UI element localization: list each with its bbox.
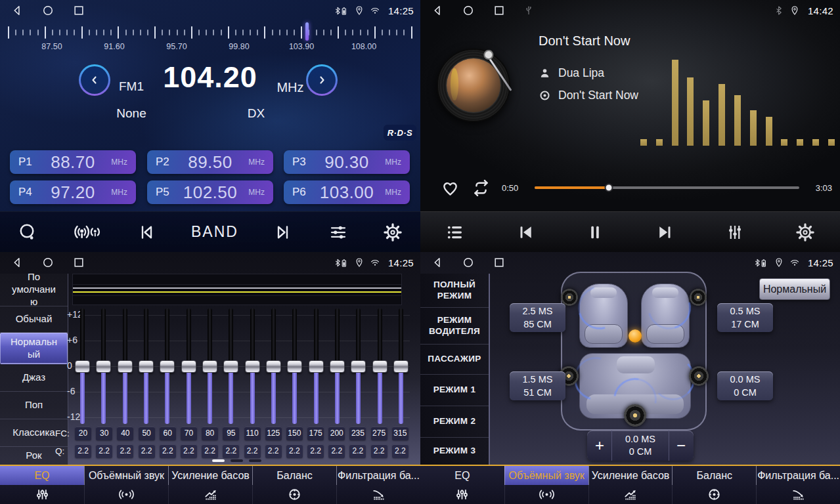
radio-preset-p6[interactable]: P6 103.00 MHz (284, 180, 410, 204)
eq-slider-thumb[interactable] (351, 360, 366, 373)
eq-slider-thumb[interactable] (372, 360, 387, 373)
pause-icon[interactable] (585, 222, 605, 242)
eq-band-q-value[interactable]: 2.2 (349, 444, 366, 458)
eq-preset-normal[interactable]: Нормальный (0, 333, 68, 364)
eq-slider-thumb[interactable] (245, 360, 260, 373)
eq-band-q-value[interactable]: 2.2 (307, 444, 324, 458)
eq-band-slider[interactable] (223, 308, 238, 424)
audio-fader-icon[interactable] (725, 222, 745, 242)
gear-icon[interactable] (383, 222, 403, 242)
eq-band-fc-value[interactable]: 125 (265, 427, 282, 440)
gear-icon[interactable] (795, 222, 815, 242)
tab-balance[interactable]: Баланс (672, 466, 756, 504)
front-left-delay-button[interactable]: 2.5 MS 85 CM (510, 303, 565, 332)
eq-band-fc-value[interactable]: 200 (328, 427, 345, 440)
decrease-delay-button[interactable]: − (669, 430, 694, 461)
seek-bar[interactable] (535, 186, 799, 189)
eq-band-fc-value[interactable]: 60 (160, 427, 176, 440)
tab-label[interactable]: Фильтрация ба... (336, 466, 420, 485)
home-icon[interactable] (462, 256, 475, 269)
radio-preset-p5[interactable]: P5 102.50 MHz (147, 180, 273, 204)
recents-icon[interactable] (493, 256, 506, 269)
broadcast-seek-icon[interactable] (72, 222, 101, 242)
eq-band-slider[interactable] (351, 308, 366, 424)
tab-surround-sound[interactable]: Объёмный звук (84, 466, 168, 504)
playlist-icon[interactable] (445, 222, 465, 242)
previous-station-icon[interactable] (137, 222, 156, 242)
tune-up-button[interactable] (306, 64, 338, 96)
eq-slider-thumb[interactable] (309, 360, 324, 373)
eq-band-fc-value[interactable]: 275 (371, 427, 387, 440)
tab-label[interactable]: Баланс (672, 466, 756, 485)
eq-band-slider[interactable] (118, 308, 133, 424)
eq-band-fc-value[interactable]: 235 (349, 427, 366, 440)
eq-band-fc-value[interactable]: 40 (117, 427, 133, 440)
eq-band-q-value[interactable]: 2.2 (96, 444, 112, 458)
rear-right-delay-button[interactable]: 0.0 MS 0 CM (717, 371, 773, 400)
page-indicator-dash[interactable] (249, 459, 261, 462)
album-art[interactable] (437, 49, 510, 122)
next-station-icon[interactable] (273, 222, 293, 242)
eq-band-q-value[interactable]: 2.2 (139, 444, 155, 458)
home-icon[interactable] (41, 4, 55, 17)
tab-label[interactable]: Объёмный звук (504, 466, 588, 485)
eq-band-slider[interactable] (139, 308, 154, 424)
eq-band-slider[interactable] (181, 308, 196, 424)
back-icon[interactable] (11, 256, 24, 269)
repeat-icon[interactable] (471, 178, 491, 198)
mode-passenger[interactable]: ПАССАЖИР (420, 345, 489, 375)
rear-left-delay-button[interactable]: 1.5 MS 51 CM (510, 371, 565, 400)
page-indicator-dash[interactable] (231, 459, 243, 462)
eq-band-slider[interactable] (372, 308, 387, 424)
eq-band-slider[interactable] (309, 308, 324, 424)
radio-preset-p4[interactable]: P4 97.20 MHz (10, 180, 136, 204)
page-indicator-dash[interactable] (212, 459, 225, 462)
back-icon[interactable] (431, 4, 444, 17)
listener-position-dot[interactable] (629, 329, 642, 343)
eq-preset-jazz[interactable]: Джаз (0, 364, 68, 392)
recents-icon[interactable] (493, 4, 506, 17)
eq-band-slider[interactable] (245, 308, 260, 424)
tab-label[interactable]: Усиление басов (588, 466, 673, 485)
eq-band-fc-value[interactable]: 175 (307, 427, 324, 440)
home-icon[interactable] (41, 256, 55, 269)
eq-band-q-value[interactable]: 2.2 (223, 444, 239, 458)
eq-band-fc-value[interactable]: 315 (392, 427, 409, 440)
back-icon[interactable] (431, 256, 444, 269)
eq-band-slider[interactable] (287, 308, 302, 424)
eq-band-q-value[interactable]: 2.2 (202, 444, 218, 458)
next-track-icon[interactable] (655, 222, 675, 242)
eq-slider-thumb[interactable] (287, 360, 302, 373)
eq-band-fc-value[interactable]: 30 (96, 427, 112, 440)
home-icon[interactable] (462, 4, 475, 17)
back-icon[interactable] (11, 4, 24, 17)
tab-eq[interactable]: EQ (0, 466, 84, 504)
tune-down-button[interactable] (79, 64, 110, 96)
eq-band-q-value[interactable]: 2.2 (117, 444, 133, 458)
scan-icon[interactable] (18, 222, 37, 242)
eq-band-q-value[interactable]: 2.2 (75, 444, 91, 458)
eq-slider-thumb[interactable] (266, 360, 281, 373)
increase-delay-button[interactable]: + (587, 430, 612, 461)
eq-slider-thumb[interactable] (181, 360, 196, 373)
eq-band-q-value[interactable]: 2.2 (328, 444, 345, 458)
eq-slider-thumb[interactable] (202, 360, 217, 373)
radio-preset-p1[interactable]: P1 88.70 MHz (10, 150, 136, 174)
mode-driver[interactable]: РЕЖИМ ВОДИТЕЛЯ (420, 308, 489, 345)
eq-page-indicator[interactable] (171, 459, 302, 462)
eq-band-slider[interactable] (266, 308, 281, 424)
eq-band-q-value[interactable]: 2.2 (181, 444, 197, 458)
eq-band-q-value[interactable]: 2.2 (371, 444, 387, 458)
eq-band-slider[interactable] (75, 308, 90, 424)
mode-2[interactable]: РЕЖИМ 2 (420, 406, 489, 438)
eq-band-fc-value[interactable]: 150 (286, 427, 303, 440)
eq-slider-thumb[interactable] (393, 360, 409, 373)
tab-filter[interactable]: Фильтрация ба... (336, 466, 420, 504)
mode-1[interactable]: РЕЖИМ 1 (420, 375, 489, 406)
eq-band-slider[interactable] (96, 308, 111, 424)
radio-preset-p3[interactable]: P3 90.30 MHz (284, 150, 410, 174)
eq-band-fc-value[interactable]: 20 (75, 427, 91, 440)
tab-label[interactable]: EQ (0, 466, 84, 485)
eq-band-fc-value[interactable]: 70 (181, 427, 197, 440)
eq-band-slider[interactable] (202, 308, 217, 424)
